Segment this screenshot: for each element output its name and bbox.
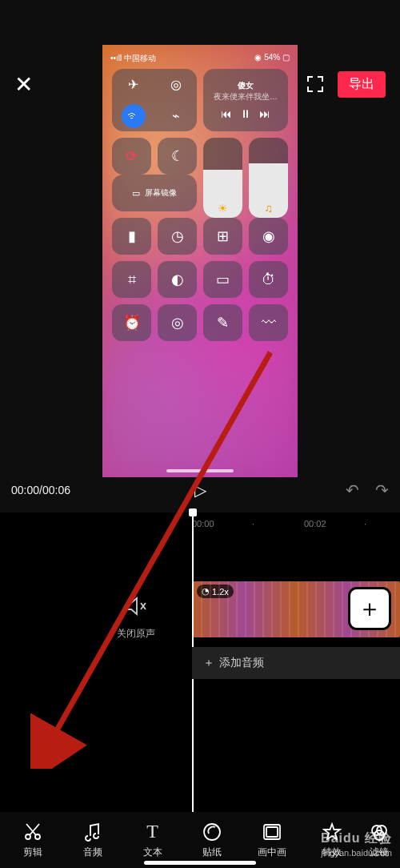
watermark-url: jingyan.baidu.com (321, 847, 392, 858)
sticker-icon (202, 822, 222, 842)
music-icon (84, 822, 102, 842)
text-icon: T (146, 822, 158, 842)
airplane-icon: ✈︎ (112, 69, 154, 100)
close-button[interactable]: ✕ (14, 71, 33, 98)
add-clip-button[interactable]: ＋ (350, 589, 389, 628)
screen-mirror: ▭屏幕镜像 (112, 175, 197, 211)
volume-slider: ♫ (249, 138, 288, 218)
clock-icon: ◔ (202, 586, 210, 597)
speed-badge: ◔ 1.2x (197, 585, 234, 598)
cut-icon (23, 822, 42, 842)
undo-button[interactable]: ↶ (346, 480, 359, 500)
watermark-brand: Baidu 经验 (321, 830, 392, 847)
tool-pip[interactable]: 画中画 (244, 822, 301, 859)
timeline[interactable]: 00:00 · 00:02 · 关闭原声 ◔ 1.2x ＋ ＋ 添加音频 (0, 512, 400, 812)
bluetooth-icon: ⌁ (154, 100, 197, 131)
dnd-icon: ☾ (158, 138, 197, 175)
note-icon: ✎ (203, 304, 242, 341)
alarm-icon: ⏰ (112, 304, 151, 341)
svg-rect-4 (266, 827, 278, 837)
flashlight-icon: ▮ (112, 218, 151, 255)
calculator-icon: ⊞ (203, 218, 242, 255)
cc-music: 傻女 夜来便来伴我坐… ⏮ ⏸ ⏭ (203, 69, 288, 131)
export-button[interactable]: 导出 (338, 71, 386, 98)
mute-icon (104, 596, 168, 622)
cc-connectivity: ✈︎ ◎ ᯤ ⌁ (112, 69, 197, 131)
lock-rotation-icon: ⟳ (112, 138, 151, 175)
tool-text[interactable]: T 文本 (124, 822, 181, 859)
cc-battery: ◉ 54% ▢ (254, 53, 290, 64)
camera-icon: ◉ (249, 218, 288, 255)
tool-edit[interactable]: 剪辑 (5, 822, 62, 859)
redo-button[interactable]: ↷ (375, 480, 389, 500)
darkmode-icon: ◐ (158, 261, 197, 298)
timer-icon: ◷ (158, 218, 197, 255)
cc-carrier: ••ıll 中国移动 (110, 53, 156, 64)
timeline-ruler: 00:00 · 00:02 · (0, 519, 400, 535)
mute-original-sound[interactable]: 关闭原声 (104, 596, 168, 641)
mute-label: 关闭原声 (104, 627, 168, 641)
video-preview[interactable]: ••ıll 中国移动 ◉ 54% ▢ ✈︎ ◎ ᯤ ⌁ 傻女 夜来便来伴我坐… … (102, 45, 298, 477)
playback-time: 00:00/00:06 (11, 484, 70, 496)
app-home-indicator (144, 861, 256, 865)
play-button[interactable]: ▷ (194, 480, 206, 500)
wifi-icon: ᯤ (112, 100, 154, 131)
home-indicator (166, 469, 234, 472)
cc-status-bar: ••ıll 中国移动 ◉ 54% ▢ (110, 53, 290, 64)
tool-audio[interactable]: 音频 (65, 822, 122, 859)
stopwatch-icon: ⏱ (249, 261, 288, 298)
cellular-icon: ◎ (154, 69, 197, 100)
pause-icon: ⏸ (240, 107, 251, 120)
scan-icon: ⌗ (112, 261, 151, 298)
battery-icon: ▭ (203, 261, 242, 298)
pip-icon (262, 822, 282, 842)
plus-icon: ＋ (203, 656, 214, 670)
fullscreen-icon[interactable] (306, 74, 325, 94)
watermark: Baidu 经验 jingyan.baidu.com (321, 830, 392, 858)
sound-icon: 〰 (249, 304, 288, 341)
tool-sticker[interactable]: 贴纸 (184, 822, 241, 859)
next-icon: ⏭ (259, 107, 270, 120)
brightness-slider: ☀ (203, 138, 242, 218)
record-icon: ◎ (158, 304, 197, 341)
prev-icon: ⏮ (221, 107, 232, 120)
add-audio-button[interactable]: ＋ 添加音频 (192, 647, 400, 679)
